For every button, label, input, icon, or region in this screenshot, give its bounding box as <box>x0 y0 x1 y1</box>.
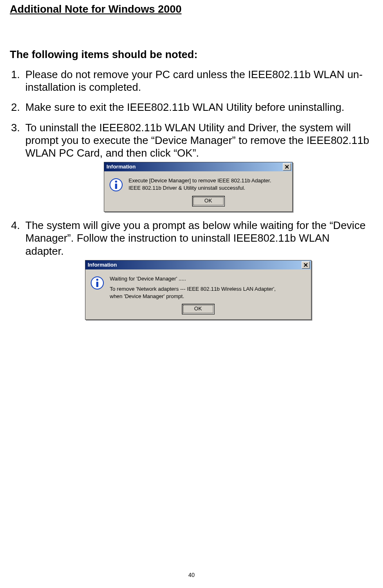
list-item-text: To uninstall the IEEE802.11b WLAN Utilit… <box>25 121 371 160</box>
button-row: OK <box>104 196 292 211</box>
svg-rect-2 <box>115 184 117 189</box>
numbered-list: Please do not remove your PC card unless… <box>10 68 373 320</box>
dialog-title: Information <box>88 262 117 268</box>
list-item: Make sure to exit the IEEE802.11b WLAN U… <box>23 101 371 114</box>
svg-point-4 <box>96 278 98 281</box>
list-item-text: Please do not remove your PC card unless… <box>25 68 371 94</box>
dialog-line: Waiting for 'Device Manager' ..... <box>110 275 306 283</box>
spacer <box>110 282 306 285</box>
dialog-line: when 'Device Manager' prompt. <box>110 293 306 300</box>
button-row: OK <box>85 304 311 319</box>
titlebar: Information <box>104 162 292 171</box>
page-number: 40 <box>0 572 383 578</box>
titlebar: Information <box>85 260 311 269</box>
info-icon <box>90 276 104 300</box>
dialog-information-2: Information <box>85 260 311 320</box>
page-container: Additional Note for Windows 2000 The fol… <box>0 0 383 588</box>
list-item: To uninstall the IEEE802.11b WLAN Utilit… <box>23 121 371 212</box>
ok-button[interactable]: OK <box>192 196 225 206</box>
sub-heading: The following items should be noted: <box>10 48 373 61</box>
dialog-line: IEEE 802.11b Driver & Utility uninstall … <box>129 184 287 192</box>
list-item: The system will give you a prompt as bel… <box>23 219 371 320</box>
dialog-title: Information <box>107 164 136 170</box>
dialog-line: To remove 'Network adapters --- IEEE 802… <box>110 285 306 293</box>
list-item-text: Make sure to exit the IEEE802.11b WLAN U… <box>25 101 371 114</box>
dialog-wrap: Information <box>25 162 371 212</box>
list-item-text: The system will give you a prompt as bel… <box>25 219 371 258</box>
dialog-text: Execute [Device Manager] to remove IEEE … <box>129 177 287 192</box>
dialog-text: Waiting for 'Device Manager' ..... To re… <box>110 275 306 300</box>
dialog-body: Execute [Device Manager] to remove IEEE … <box>104 171 292 196</box>
dialog-body: Waiting for 'Device Manager' ..... To re… <box>85 269 311 304</box>
info-icon <box>109 178 123 192</box>
dialog-line: Execute [Device Manager] to remove IEEE … <box>129 177 287 184</box>
ok-button[interactable]: OK <box>182 304 215 314</box>
svg-rect-5 <box>96 282 98 287</box>
close-icon[interactable] <box>302 261 310 269</box>
section-heading: Additional Note for Windows 2000 <box>10 2 373 16</box>
svg-point-1 <box>115 181 117 183</box>
list-item: Please do not remove your PC card unless… <box>23 68 371 94</box>
dialog-information-1: Information <box>104 162 293 212</box>
close-icon[interactable] <box>283 163 291 171</box>
dialog-wrap: Information <box>25 260 371 320</box>
